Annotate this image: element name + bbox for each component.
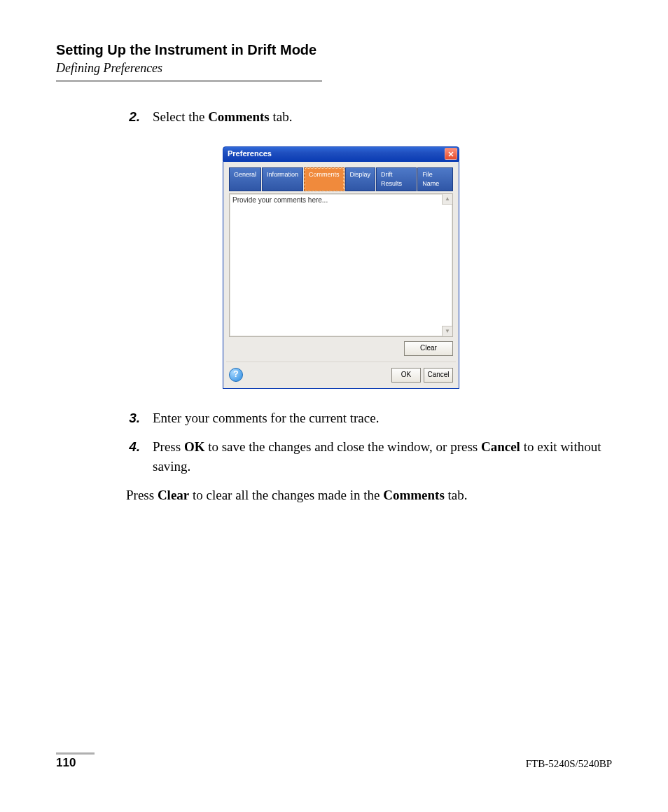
step-text: Enter your comments for the current trac… xyxy=(153,408,605,428)
tab-information[interactable]: Information xyxy=(262,167,303,191)
step-number: 3. xyxy=(126,408,140,428)
text: tab. xyxy=(445,488,468,502)
text: tab. xyxy=(270,109,293,124)
dialog-body: General Information Comments Display Dri… xyxy=(223,162,459,389)
clear-row: Clear xyxy=(229,337,453,357)
tab-drift-results[interactable]: Drift Results xyxy=(376,167,417,191)
help-button[interactable]: ? xyxy=(229,368,243,382)
tab-file-name[interactable]: File Name xyxy=(417,167,453,191)
step-number: 2. xyxy=(126,107,140,127)
comments-textarea[interactable]: Provide your comments here... ▲ ▼ xyxy=(229,193,453,337)
button-row: OK Cancel xyxy=(389,368,453,383)
section-subtitle: Defining Preferences xyxy=(56,61,612,76)
scroll-down-button[interactable]: ▼ xyxy=(442,326,452,336)
footer-divider xyxy=(56,752,95,755)
chevron-down-icon: ▼ xyxy=(445,327,450,336)
cancel-button[interactable]: Cancel xyxy=(424,368,453,383)
text: Press xyxy=(153,439,184,454)
bold-text: Cancel xyxy=(481,439,520,454)
tab-comments[interactable]: Comments xyxy=(304,167,345,191)
page-number: 110 xyxy=(56,756,76,770)
close-button[interactable] xyxy=(445,148,457,160)
bold-text: OK xyxy=(184,439,205,454)
step-number: 4. xyxy=(126,437,140,457)
text: Press xyxy=(126,488,158,502)
dialog-screenshot: Preferences General Information Comments… xyxy=(223,146,605,389)
dialog-title: Preferences xyxy=(228,149,272,160)
step-text: Select the Comments tab. xyxy=(153,107,605,127)
dialog-titlebar: Preferences xyxy=(223,146,459,162)
page-footer: 110 FTB-5240S/5240BP xyxy=(56,756,612,770)
clear-button[interactable]: Clear xyxy=(404,341,453,356)
ok-button[interactable]: OK xyxy=(391,368,421,383)
text: to save the changes and close the window… xyxy=(204,439,481,454)
textarea-placeholder: Provide your comments here... xyxy=(232,196,328,204)
step-text: Press OK to save the changes and close t… xyxy=(153,437,605,476)
header-divider xyxy=(56,80,322,82)
tab-display[interactable]: Display xyxy=(345,167,376,191)
document-page: Setting Up the Instrument in Drift Mode … xyxy=(0,0,668,812)
note-text: Press Clear to clear all the changes mad… xyxy=(126,486,605,505)
dialog-footer: ? OK Cancel xyxy=(229,368,453,383)
step-3: 3. Enter your comments for the current t… xyxy=(126,408,605,428)
tab-strip: General Information Comments Display Dri… xyxy=(229,167,453,191)
text: to clear all the changes made in the xyxy=(189,488,383,502)
bold-text: Clear xyxy=(158,488,189,502)
bold-text: Comments xyxy=(208,109,270,124)
close-icon xyxy=(448,151,454,157)
text: Select the xyxy=(153,109,208,124)
section-title: Setting Up the Instrument in Drift Mode xyxy=(56,42,612,58)
tab-general[interactable]: General xyxy=(229,167,261,191)
separator xyxy=(226,362,456,362)
scroll-up-button[interactable]: ▲ xyxy=(442,194,452,205)
steps-list: 2. Select the Comments tab. Preferences xyxy=(126,107,605,476)
help-icon: ? xyxy=(233,369,238,380)
document-id: FTB-5240S/5240BP xyxy=(526,758,612,770)
step-4: 4. Press OK to save the changes and clos… xyxy=(126,437,605,476)
step-2: 2. Select the Comments tab. xyxy=(126,107,605,127)
bold-text: Comments xyxy=(383,488,445,502)
preferences-dialog: Preferences General Information Comments… xyxy=(223,146,459,389)
chevron-up-icon: ▲ xyxy=(445,195,450,203)
